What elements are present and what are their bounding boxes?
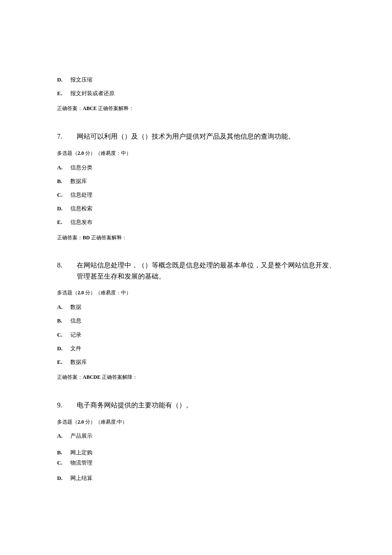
option-text: 数据库 [68, 177, 87, 185]
option-row: B. 信息 [57, 317, 337, 325]
answer-prefix: 正确答案： [57, 374, 83, 380]
question-title: 9. 电子商务网站提供的主要功能有（）。 [57, 400, 337, 411]
option-letter: C. [57, 459, 68, 467]
meta-text: 多选题（ [57, 150, 78, 156]
option-row: B. 网上定购 [57, 449, 337, 456]
option-letter: A. [57, 164, 68, 171]
option-text: 信息 [68, 317, 81, 325]
option-letter: B. [57, 317, 68, 325]
answer-value: ABCE [83, 105, 97, 111]
option-row: C. 信息处理 [57, 191, 337, 199]
option-row: E. 数据库 [57, 358, 337, 366]
answer-suffix: 正确答案解释： [90, 235, 127, 241]
meta-points: 2.0 [78, 419, 84, 425]
answer-value: BD [83, 235, 90, 241]
document-page: D. 报文压缩 E. 报文封装或者还原 正确答案：ABCE 正确答案解释： 7.… [0, 0, 392, 531]
option-row: B. 数据库 [57, 177, 337, 185]
option-text: 物流管理 [68, 459, 92, 467]
option-text: 信息发布 [68, 218, 92, 226]
option-row: A. 信息分类 [57, 164, 337, 171]
option-text: 信息分类 [68, 164, 92, 171]
option-text: 网上结算 [68, 474, 92, 482]
question-text: 在网站信息处理中，（）等概念既是信息处理的最基本单位，又是整个网站信息开发、管理… [77, 260, 337, 282]
question-number: 7. [57, 131, 77, 142]
answer-prefix: 正确答案： [57, 105, 83, 111]
option-letter: D. [57, 345, 68, 352]
option-letter: A. [57, 432, 68, 440]
option-text: 报文封装或者还原 [68, 90, 115, 97]
option-row: C. 物流管理 [57, 459, 337, 467]
answer-line: 正确答案：ABCE 正确答案解释： [57, 105, 337, 112]
option-letter: C. [57, 191, 68, 199]
question-number: 8. [57, 260, 77, 282]
question-meta: 多选题（2.0 分）（难易度:中） [57, 418, 337, 426]
option-letter: A. [57, 303, 68, 311]
question-text: 网站可以利用（）及（）技术为用户提供对产品及其他信息的查询功能。 [77, 131, 337, 142]
question-title: 8. 在网站信息处理中，（）等概念既是信息处理的最基本单位，又是整个网站信息开发… [57, 260, 337, 282]
option-text: 数据库 [68, 358, 87, 366]
question-meta: 多选题（2.0 分）（难易度：中） [57, 150, 337, 157]
meta-points: 2.0 [78, 290, 84, 296]
option-row: A. 产品展示 [57, 432, 337, 440]
option-row: E. 报文封装或者还原 [57, 90, 337, 97]
option-row: D. 网上结算 [57, 474, 337, 482]
option-row: D. 文件 [57, 345, 337, 352]
option-letter: B. [57, 449, 68, 456]
option-letter: E. [57, 218, 68, 226]
option-text: 记录 [68, 331, 81, 339]
question-number: 9. [57, 400, 77, 411]
option-row: E. 信息发布 [57, 218, 337, 226]
option-letter: D. [57, 76, 68, 84]
question-text: 电子商务网站提供的主要功能有（）。 [77, 400, 337, 411]
option-text: 信息处理 [68, 191, 92, 199]
option-letter: E. [57, 90, 68, 97]
option-text: 信息检索 [68, 205, 92, 212]
answer-suffix: 正确答案解降： [101, 374, 138, 380]
option-text: 报文压缩 [68, 76, 92, 84]
question-meta: 多选题（2.0 分）（难易度：中） [57, 289, 337, 296]
option-letter: D. [57, 474, 68, 482]
meta-text: 分）（难易度:中） [84, 419, 127, 425]
meta-text: 分）（难易度：中） [84, 150, 131, 156]
option-letter: B. [57, 177, 68, 185]
answer-prefix: 正确答案： [57, 235, 83, 241]
option-row: D. 信息检索 [57, 205, 337, 212]
option-text: 文件 [68, 345, 81, 352]
meta-text: 多选题（ [57, 419, 78, 425]
question-title: 7. 网站可以利用（）及（）技术为用户提供对产品及其他信息的查询功能。 [57, 131, 337, 142]
answer-line: 正确答案：ABCDE 正确答案解降： [57, 374, 337, 381]
option-letter: C. [57, 331, 68, 339]
option-letter: D. [57, 205, 68, 212]
option-text: 网上定购 [68, 449, 92, 456]
meta-points: 2.0 [78, 150, 84, 156]
option-row: A. 数据 [57, 303, 337, 311]
option-text: 数据 [68, 303, 81, 311]
answer-line: 正确答案：BD 正确答案解释： [57, 234, 337, 241]
meta-text: 多选题（ [57, 290, 78, 296]
answer-suffix: 正确答案解释： [97, 105, 134, 111]
answer-value: ABCDE [83, 374, 101, 380]
option-text: 产品展示 [68, 432, 92, 440]
option-row: D. 报文压缩 [57, 76, 337, 84]
option-letter: E. [57, 358, 68, 366]
meta-text: 分）（难易度：中） [84, 290, 131, 296]
option-row: C. 记录 [57, 331, 337, 339]
